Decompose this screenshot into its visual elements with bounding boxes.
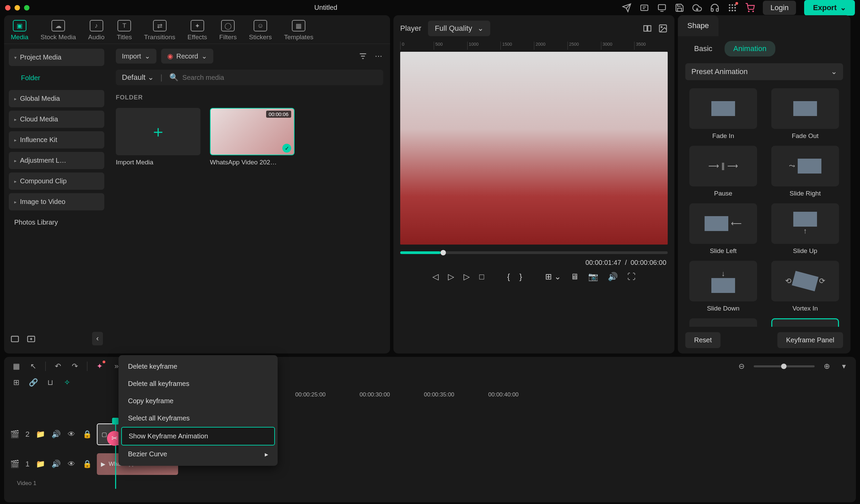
import-media-card[interactable]: ＋ Import Media <box>116 108 200 166</box>
anim-slide-right[interactable]: ⤳Slide Right <box>767 146 843 197</box>
subtab-basic[interactable]: Basic <box>685 41 721 57</box>
save-icon[interactable] <box>675 3 684 13</box>
cart-icon[interactable] <box>745 3 755 13</box>
snap-icon[interactable]: ✧ <box>62 378 72 387</box>
anim-slide-down[interactable]: ↓Slide Down <box>685 261 761 312</box>
anim-pause[interactable]: ⟶ ‖ ⟶Pause <box>685 146 761 197</box>
tab-effects[interactable]: ✦Effects <box>188 20 207 41</box>
compare-icon[interactable] <box>643 24 652 33</box>
stop-button[interactable]: □ <box>479 272 484 281</box>
link-icon[interactable]: 🔗 <box>28 378 38 387</box>
play-button[interactable]: ▷ <box>448 272 454 281</box>
sidebar-item-folder[interactable]: Folder <box>9 69 104 87</box>
import-button[interactable]: Import⌄ <box>116 49 156 63</box>
collapse-sidebar-button[interactable]: ‹ <box>92 332 103 345</box>
sidebar-item-influence-kit[interactable]: ▸Influence Kit <box>9 131 104 148</box>
menu-copy-keyframe[interactable]: Copy keyframe <box>121 392 275 410</box>
fullscreen-icon[interactable]: ⛶ <box>627 272 635 281</box>
add-folder-icon[interactable] <box>26 334 36 343</box>
filter-icon[interactable] <box>358 51 368 61</box>
pointer-icon[interactable]: ↖ <box>28 361 38 371</box>
visibility-icon[interactable]: 👁 <box>67 430 76 439</box>
media-card-video[interactable]: 00:00:06 ✓ WhatsApp Video 202… <box>210 108 295 166</box>
add-track-icon[interactable]: ⊞ <box>12 378 21 387</box>
tab-stock-media[interactable]: ☁Stock Media <box>41 20 76 41</box>
tab-transitions[interactable]: ⇄Transitions <box>144 20 175 41</box>
sidebar-item-photos-library[interactable]: Photos Library <box>9 214 104 231</box>
record-button[interactable]: ◉Record⌄ <box>161 49 213 63</box>
folder-icon[interactable]: 📁 <box>35 459 45 469</box>
screen-icon[interactable]: 🖥 <box>571 272 579 281</box>
ratio-button[interactable]: ⊞ ⌄ <box>545 272 561 281</box>
mark-in-button[interactable]: { <box>507 272 510 281</box>
display-icon[interactable] <box>657 3 666 13</box>
sidebar-item-image-to-video[interactable]: ▸Image to Video <box>9 193 104 210</box>
sidebar-item-project-media[interactable]: ▾Project Media <box>9 49 104 66</box>
prev-frame-button[interactable]: ◁ <box>432 272 439 281</box>
tab-templates[interactable]: ▦Templates <box>284 20 314 41</box>
anim-vortex-out[interactable]: Vortex Out <box>685 318 761 327</box>
anim-slide-left[interactable]: ⟵Slide Left <box>685 203 761 255</box>
menu-show-keyframe-animation[interactable]: Show Keyframe Animation <box>121 427 275 445</box>
anim-vortex-in[interactable]: ⟲⟳Vortex In <box>767 261 843 312</box>
menu-bezier-curve[interactable]: Bezier Curve▸ <box>121 445 275 463</box>
reset-button[interactable]: Reset <box>685 332 720 348</box>
magnet-icon[interactable]: ⊔ <box>45 378 55 387</box>
send-icon[interactable] <box>622 3 631 13</box>
lock-icon[interactable]: 🔒 <box>82 430 92 439</box>
tab-media[interactable]: ▣Media <box>11 20 28 41</box>
scrub-handle[interactable] <box>441 250 446 255</box>
mark-out-button[interactable]: } <box>519 272 522 281</box>
feedback-icon[interactable] <box>640 3 649 13</box>
anim-fade-in[interactable]: Fade In <box>685 88 761 140</box>
close-window-icon[interactable] <box>5 5 11 11</box>
menu-select-all-keyframes[interactable]: Select all Keyframes <box>121 410 275 427</box>
next-frame-button[interactable]: ▷ <box>463 272 470 281</box>
maximize-window-icon[interactable] <box>24 5 29 11</box>
sidebar-item-compound-clip[interactable]: ▸Compound Clip <box>9 173 104 190</box>
new-folder-icon[interactable] <box>10 334 20 343</box>
sort-dropdown[interactable]: Default ⌄ <box>122 73 154 82</box>
mute-icon[interactable]: 🔊 <box>51 430 61 439</box>
tab-titles[interactable]: TTitles <box>117 20 132 41</box>
more-icon[interactable]: ⋯ <box>374 51 383 61</box>
folder-icon[interactable]: 📁 <box>35 430 45 439</box>
tab-audio[interactable]: ♪Audio <box>88 20 105 41</box>
redo-icon[interactable]: ↷ <box>70 361 80 371</box>
volume-icon[interactable]: 🔊 <box>608 272 618 281</box>
sidebar-item-cloud-media[interactable]: ▸Cloud Media <box>9 110 104 128</box>
cloud-icon[interactable] <box>692 3 702 13</box>
sidebar-item-adjustment-layer[interactable]: ▸Adjustment L… <box>9 152 104 169</box>
export-button[interactable]: Export⌄ <box>804 0 855 16</box>
anim-fade-out[interactable]: Fade Out <box>767 88 843 140</box>
menu-delete-all-keyframes[interactable]: Delete all keyframes <box>121 375 275 392</box>
headphones-icon[interactable] <box>710 3 719 13</box>
visibility-icon[interactable]: 👁 <box>67 459 76 469</box>
anim-zoom-in[interactable]: Zoom In <box>767 318 843 327</box>
anim-slide-up[interactable]: ↑Slide Up <box>767 203 843 255</box>
preview-scrubber[interactable] <box>400 251 668 254</box>
zoom-out-icon[interactable]: ⊖ <box>737 361 746 371</box>
undo-icon[interactable]: ↶ <box>53 361 63 371</box>
zoom-in-icon[interactable]: ⊕ <box>822 361 832 371</box>
search-input[interactable]: 🔍 <box>169 73 377 82</box>
tab-stickers[interactable]: ☺Stickers <box>249 20 272 41</box>
mute-icon[interactable]: 🔊 <box>51 459 61 469</box>
tab-filters[interactable]: ◯Filters <box>219 20 237 41</box>
lock-icon[interactable]: 🔒 <box>82 459 92 469</box>
zoom-fit-icon[interactable]: ▾ <box>839 361 848 371</box>
zoom-slider[interactable] <box>754 365 815 367</box>
keyframe-panel-button[interactable]: Keyframe Panel <box>777 332 843 348</box>
login-button[interactable]: Login <box>763 1 796 15</box>
grid-icon[interactable]: ▦ <box>12 361 21 371</box>
menu-delete-keyframe[interactable]: Delete keyframe <box>121 358 275 375</box>
quality-dropdown[interactable]: Full Quality⌄ <box>428 21 490 36</box>
snapshot-icon[interactable]: 📷 <box>588 272 598 281</box>
minimize-window-icon[interactable] <box>15 5 20 11</box>
sidebar-item-global-media[interactable]: ▸Global Media <box>9 90 104 107</box>
image-icon[interactable] <box>658 24 668 33</box>
apps-icon[interactable] <box>728 3 737 13</box>
preview-canvas[interactable] <box>400 52 668 244</box>
tab-shape[interactable]: Shape <box>678 15 718 36</box>
preset-animation-dropdown[interactable]: Preset Animation⌄ <box>685 63 843 80</box>
